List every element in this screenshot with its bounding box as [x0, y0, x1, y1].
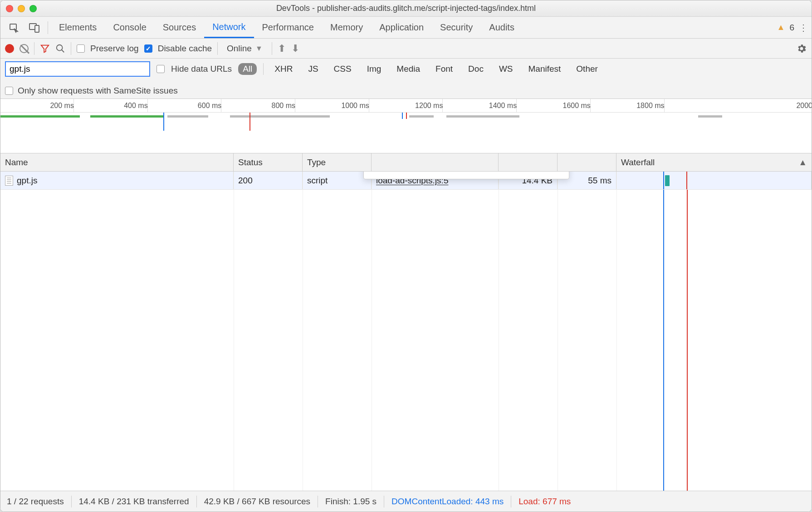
tick-label: 800 ms: [272, 102, 295, 110]
timeline-activity-bar: [167, 115, 208, 118]
filter-type-all[interactable]: All: [238, 63, 257, 75]
tab-memory[interactable]: Memory: [322, 18, 371, 37]
filter-bar: Hide data URLs All XHR JS CSS Img Media …: [0, 59, 812, 99]
column-header-size[interactable]: [499, 153, 558, 171]
throttling-value: Online: [227, 44, 252, 54]
filter-type-manifest[interactable]: Manifest: [524, 63, 566, 75]
status-load: Load: 677 ms: [519, 497, 571, 507]
tab-console[interactable]: Console: [105, 18, 154, 37]
network-toolbar: Preserve log Disable cache Online ▼ ⬆ ⬇: [0, 39, 812, 59]
device-toggle-icon[interactable]: [24, 20, 45, 36]
domcontentloaded-marker: [163, 113, 164, 131]
status-requests: 1 / 22 requests: [7, 497, 64, 507]
warnings-count[interactable]: 6: [789, 23, 794, 33]
column-header-initiator[interactable]: [372, 153, 499, 171]
timeline-tick-marker: [406, 113, 407, 119]
tab-elements[interactable]: Elements: [51, 18, 105, 37]
column-header-name[interactable]: Name: [0, 153, 234, 171]
disable-cache-label: Disable cache: [158, 44, 212, 54]
timeline-activity-bar: [446, 115, 519, 118]
filter-type-css[interactable]: CSS: [329, 63, 356, 75]
domcontentloaded-line: [663, 190, 664, 491]
timeline-activity-bar: [698, 115, 723, 118]
timeline-activity-bar: [0, 115, 80, 118]
file-icon: [5, 176, 13, 186]
devtools-window: DevTools - publisher-ads-audits.glitch.m…: [0, 0, 812, 512]
status-bar: 1 / 22 requests 14.4 KB / 231 KB transfe…: [0, 491, 812, 512]
filter-type-doc[interactable]: Doc: [464, 63, 488, 75]
tab-application[interactable]: Application: [371, 18, 432, 37]
load-line: [687, 190, 688, 491]
chevron-down-icon: ▼: [255, 44, 263, 53]
samesite-checkbox[interactable]: [5, 87, 13, 95]
timeline-activity-bar: [265, 115, 330, 118]
tick-label: 2000: [796, 102, 812, 110]
hide-data-urls-checkbox[interactable]: [157, 65, 165, 73]
preserve-log-checkbox[interactable]: [77, 44, 85, 53]
record-button[interactable]: [5, 44, 14, 53]
svg-rect-0: [10, 24, 16, 30]
settings-icon[interactable]: [796, 43, 807, 54]
tab-security[interactable]: Security: [432, 18, 481, 37]
filter-icon[interactable]: [40, 44, 50, 54]
filter-type-ws[interactable]: WS: [494, 63, 518, 75]
filter-type-xhr[interactable]: XHR: [270, 63, 297, 75]
timeline-tick-marker: [402, 113, 403, 119]
timeline-activity-bar: [409, 115, 434, 118]
clear-button[interactable]: [20, 44, 29, 53]
status-resources: 42.9 KB / 667 KB resources: [204, 497, 310, 507]
titlebar: DevTools - publisher-ads-audits.glitch.m…: [0, 0, 812, 17]
inspect-icon[interactable]: [4, 20, 24, 36]
status-domcontentloaded: DOMContentLoaded: 443 ms: [391, 497, 504, 507]
request-name: gpt.js: [17, 176, 37, 186]
requests-table-body: gpt.js 200 script load-ad-scripts.js:5 1…: [0, 172, 812, 491]
svg-point-3: [57, 44, 63, 50]
window-title: DevTools - publisher-ads-audits.glitch.m…: [0, 4, 812, 13]
waterfall-label: Waterfall: [621, 158, 655, 167]
column-header-time[interactable]: [558, 153, 616, 171]
tab-sources[interactable]: Sources: [155, 18, 204, 37]
svg-rect-2: [35, 25, 39, 32]
download-har-icon[interactable]: ⬇: [291, 43, 299, 54]
tick-label: 1600 ms: [563, 102, 591, 110]
tab-audits[interactable]: Audits: [481, 18, 523, 37]
timeline-body: [0, 113, 812, 153]
timeline-overview[interactable]: 200 ms 400 ms 600 ms 800 ms 1000 ms 1200…: [0, 99, 812, 153]
column-header-status[interactable]: Status: [234, 153, 303, 171]
hide-data-urls-label: Hide data URLs: [171, 64, 232, 74]
tab-performance[interactable]: Performance: [254, 18, 323, 37]
tick-label: 400 ms: [124, 102, 147, 110]
main-tabs: Elements Console Sources Network Perform…: [0, 17, 812, 39]
tick-label: 1400 ms: [489, 102, 517, 110]
more-menu-icon[interactable]: ⋮: [799, 22, 808, 33]
request-waterfall-cell: [616, 172, 812, 189]
samesite-label: Only show requests with SameSite issues: [18, 86, 178, 96]
search-icon[interactable]: [55, 44, 65, 54]
tick-label: 1800 ms: [636, 102, 664, 110]
request-status: 200: [234, 172, 303, 189]
domcontentloaded-line: [663, 172, 664, 189]
request-type: script: [303, 172, 372, 189]
initiator-tooltip: loadGpt @ load-ad-scripts.js:5 loadAdScr…: [363, 172, 569, 179]
status-transferred: 14.4 KB / 231 KB transferred: [79, 497, 189, 507]
filter-type-font[interactable]: Font: [431, 63, 457, 75]
upload-har-icon[interactable]: ⬆: [278, 43, 286, 54]
timeline-ruler: 200 ms 400 ms 600 ms 800 ms 1000 ms 1200…: [0, 99, 812, 113]
tick-label: 600 ms: [198, 102, 221, 110]
column-header-waterfall[interactable]: Waterfall ▲: [616, 153, 812, 171]
disable-cache-checkbox[interactable]: [144, 44, 152, 53]
tab-network[interactable]: Network: [204, 17, 254, 38]
tick-label: 200 ms: [50, 102, 73, 110]
filter-input[interactable]: [5, 61, 150, 77]
filter-type-js[interactable]: JS: [303, 63, 323, 75]
tick-label: 1000 ms: [341, 102, 369, 110]
throttling-select[interactable]: Online ▼: [223, 43, 266, 54]
preserve-log-label: Preserve log: [90, 44, 139, 54]
filter-type-img[interactable]: Img: [362, 63, 386, 75]
filter-type-media[interactable]: Media: [392, 63, 425, 75]
filter-type-other[interactable]: Other: [572, 63, 602, 75]
warning-icon[interactable]: ▲: [777, 23, 785, 32]
column-header-type[interactable]: Type: [303, 153, 372, 171]
load-marker: [249, 113, 250, 131]
status-finish: Finish: 1.95 s: [325, 497, 377, 507]
